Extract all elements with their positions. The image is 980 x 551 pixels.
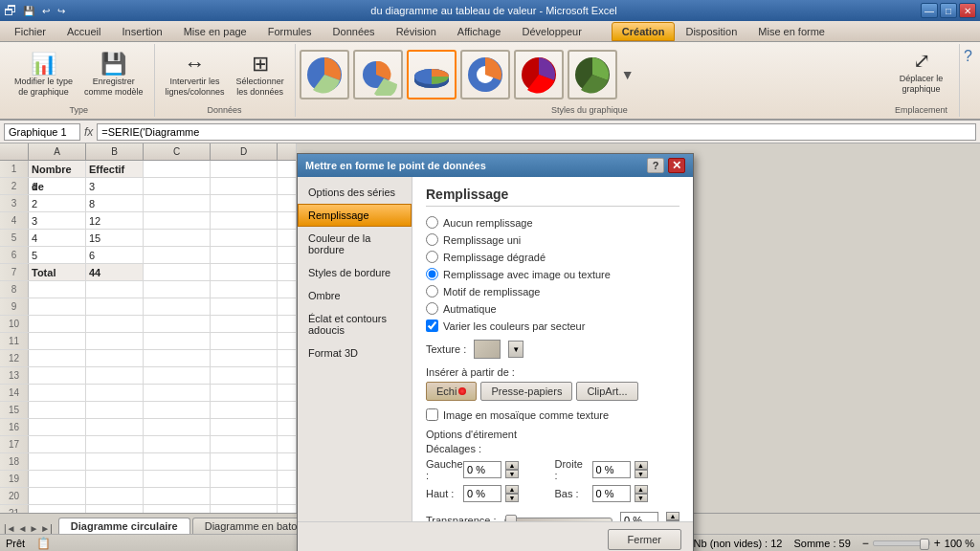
quick-access-undo[interactable]: ↩ bbox=[40, 6, 52, 16]
sheet-tab-diagramme-circulaire[interactable]: Diagramme circulaire bbox=[58, 518, 190, 534]
chart-scroll-down[interactable]: ▼ bbox=[621, 67, 635, 82]
quick-access-save[interactable]: 💾 bbox=[21, 6, 36, 16]
sidebar-item-ombre[interactable]: Ombre bbox=[298, 284, 412, 307]
help-area: ? bbox=[960, 44, 976, 117]
bas-up[interactable]: ▲ bbox=[635, 485, 648, 494]
modifier-type-label: Modifier le typede graphique bbox=[14, 77, 73, 98]
tab-accueil[interactable]: Accueil bbox=[56, 22, 111, 41]
texture-preview[interactable] bbox=[474, 340, 501, 359]
sidebar-item-styles-bordure[interactable]: Styles de bordure bbox=[298, 261, 412, 284]
sheet-nav-last[interactable]: ►| bbox=[40, 523, 53, 534]
deplacer-icon: ⤢ bbox=[913, 49, 930, 74]
sheet-nav-prev[interactable]: ◄ bbox=[18, 523, 28, 534]
maximize-button[interactable]: □ bbox=[940, 3, 957, 18]
haut-input[interactable] bbox=[463, 485, 501, 502]
zoom-in-button[interactable]: + bbox=[934, 537, 941, 550]
checkbox-varier[interactable] bbox=[426, 320, 438, 332]
slider-thumb[interactable] bbox=[505, 515, 517, 521]
sheet-nav-next[interactable]: ► bbox=[29, 523, 38, 534]
zoom-slider[interactable] bbox=[873, 540, 930, 546]
chart-style-2[interactable] bbox=[353, 50, 403, 99]
tab-developpeur[interactable]: Développeur bbox=[511, 22, 591, 41]
checkbox-mosaique[interactable] bbox=[426, 408, 438, 421]
enregistrer-modele-button[interactable]: 💾 Enregistrercomme modèle bbox=[79, 49, 148, 100]
radio-image: Remplissage avec image ou texture bbox=[426, 268, 679, 280]
sidebar-item-remplissage[interactable]: Remplissage bbox=[298, 204, 412, 227]
decal-bas-row: Bas : ▲ ▼ bbox=[555, 485, 680, 502]
dialog-close-button[interactable]: ✕ bbox=[668, 158, 685, 173]
droite-input[interactable] bbox=[592, 461, 631, 478]
radio-aucun-input[interactable] bbox=[426, 216, 438, 229]
droite-down[interactable]: ▼ bbox=[635, 470, 648, 478]
insert-section: Insérer à partir de : Echi Presse-papier… bbox=[426, 366, 679, 401]
radio-degrade: Remplissage dégradé bbox=[426, 251, 679, 263]
dialog-footer: Fermer bbox=[298, 521, 693, 551]
radio-aucun-label: Aucun remplissage bbox=[443, 217, 533, 229]
tab-disposition[interactable]: Disposition bbox=[675, 22, 747, 41]
zoom-level: 100 % bbox=[945, 538, 974, 549]
sidebar-item-eclat[interactable]: Éclat et contours adoucis bbox=[298, 307, 412, 342]
red-dot bbox=[458, 387, 466, 395]
sidebar-item-couleur-bordure[interactable]: Couleur de la bordure bbox=[298, 227, 412, 261]
bas-input[interactable] bbox=[592, 485, 631, 502]
gauche-up[interactable]: ▲ bbox=[505, 461, 519, 470]
sheet-nav-first[interactable]: |◄ bbox=[4, 523, 16, 534]
name-box[interactable] bbox=[4, 123, 80, 141]
zoom-out-button[interactable]: − bbox=[862, 537, 869, 550]
transparence-down[interactable]: ▼ bbox=[666, 520, 679, 521]
minimize-button[interactable]: — bbox=[921, 3, 938, 18]
sidebar-item-options-series[interactable]: Options des séries bbox=[298, 181, 412, 204]
haut-down[interactable]: ▼ bbox=[505, 494, 519, 502]
chart-style-3-selected[interactable] bbox=[407, 50, 457, 99]
decalages-label: Décalages : bbox=[426, 443, 679, 454]
chart-style-4[interactable] bbox=[460, 50, 510, 99]
tab-creation[interactable]: Création bbox=[612, 22, 676, 41]
selectionner-button[interactable]: ⊞ Sélectionnerles données bbox=[232, 49, 289, 100]
transparence-label: Transparence : bbox=[426, 515, 497, 521]
tab-revision[interactable]: Révision bbox=[386, 22, 447, 41]
texture-dropdown[interactable]: ▼ bbox=[508, 341, 523, 358]
pie-chart-green-icon bbox=[571, 54, 613, 96]
transparence-input[interactable] bbox=[620, 512, 658, 521]
haut-up[interactable]: ▲ bbox=[505, 485, 519, 494]
tab-fichier[interactable]: Fichier bbox=[4, 22, 56, 41]
gauche-down[interactable]: ▼ bbox=[505, 470, 519, 478]
close-button[interactable]: ✕ bbox=[959, 3, 976, 18]
insert-label: Insérer à partir de : bbox=[426, 366, 679, 378]
insert-pressepapiers-button[interactable]: Presse-papiers bbox=[480, 382, 572, 401]
insert-fichier-button[interactable]: Echi bbox=[426, 382, 477, 401]
chart-style-1[interactable] bbox=[300, 50, 349, 99]
intervertir-button[interactable]: ↔ Intervertir leslignes/colonnes bbox=[161, 49, 230, 100]
droite-up[interactable]: ▲ bbox=[635, 461, 648, 470]
modifier-type-button[interactable]: 📊 Modifier le typede graphique bbox=[10, 49, 78, 100]
donnees-group-label: Données bbox=[208, 103, 242, 115]
sidebar-item-format-3d[interactable]: Format 3D bbox=[298, 342, 412, 364]
tab-mise-en-page[interactable]: Mise en page bbox=[173, 22, 257, 41]
tab-donnees[interactable]: Données bbox=[323, 22, 386, 41]
radio-motif-input[interactable] bbox=[426, 285, 438, 298]
insert-clipart-button[interactable]: ClipArt... bbox=[576, 382, 637, 401]
radio-automatique-input[interactable] bbox=[426, 302, 438, 315]
chart-style-5[interactable] bbox=[514, 50, 564, 99]
deplacer-button[interactable]: ⤢ Déplacer legraphique bbox=[895, 46, 948, 98]
haut-label: Haut : bbox=[426, 488, 459, 499]
formula-input[interactable] bbox=[97, 123, 976, 141]
chart-style-6[interactable] bbox=[568, 50, 617, 99]
bas-down[interactable]: ▼ bbox=[635, 494, 648, 502]
tab-affichage[interactable]: Affichage bbox=[447, 22, 512, 41]
transparence-up[interactable]: ▲ bbox=[666, 512, 679, 520]
radio-image-input[interactable] bbox=[426, 268, 438, 280]
dialog-overlay: Mettre en forme le point de données ? ✕ … bbox=[0, 143, 980, 513]
dialog-help-button[interactable]: ? bbox=[647, 158, 664, 173]
help-icon[interactable]: ? bbox=[964, 48, 972, 65]
quick-access-redo[interactable]: ↪ bbox=[56, 6, 67, 16]
tab-insertion[interactable]: Insertion bbox=[111, 22, 172, 41]
radio-degrade-input[interactable] bbox=[426, 251, 438, 263]
gauche-input[interactable] bbox=[463, 461, 501, 478]
tab-mise-en-forme[interactable]: Mise en forme bbox=[747, 22, 835, 41]
tab-formules[interactable]: Formules bbox=[257, 22, 323, 41]
fermer-button[interactable]: Fermer bbox=[608, 529, 681, 550]
zoom-thumb[interactable] bbox=[920, 539, 929, 550]
transparency-slider[interactable] bbox=[504, 518, 612, 521]
radio-uni-input[interactable] bbox=[426, 233, 438, 246]
